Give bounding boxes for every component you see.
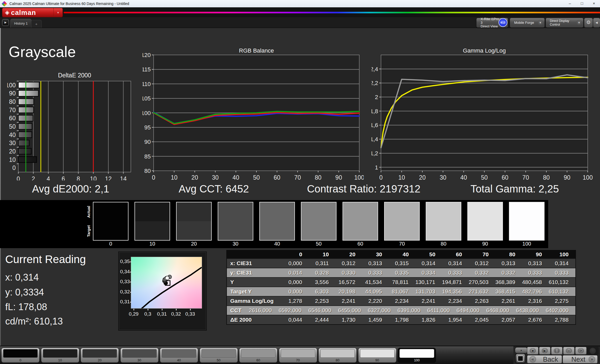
cell-value: 2,275 [549, 298, 575, 304]
meter-label: X-Rite i1Pro 3Direct View [481, 17, 501, 28]
cell-value: 2,676 [522, 317, 549, 323]
pattern-level-button-50[interactable]: 50 [200, 348, 238, 363]
tick-mark [148, 309, 148, 310]
swatch-target [468, 221, 502, 240]
add-tab-button[interactable]: + [31, 20, 42, 28]
level-swatch [82, 349, 117, 358]
next-label: Next [563, 355, 586, 363]
svg-text:30: 30 [212, 174, 219, 180]
meter-reading-badge[interactable]: 613 [498, 18, 507, 27]
total-gamma-stat: Total Gamma: 2,25 [470, 183, 559, 195]
cell-value: 0,333 [362, 270, 389, 276]
series-button[interactable]: [··] [551, 347, 563, 355]
up-arrow-icon: ▲ [520, 349, 523, 351]
calman-diamond-icon: ◈ [5, 9, 9, 16]
svg-text:80: 80 [144, 168, 151, 174]
source-dropdown[interactable]: Mobile Forge ▼ [510, 18, 545, 28]
tab-history-1[interactable]: History 1 [10, 19, 31, 28]
stop-measurement-button[interactable] [515, 353, 526, 363]
table-header-row: 0102030405060708090100 [227, 251, 575, 258]
continuous-button[interactable]: ∞ [563, 347, 575, 355]
pattern-level-button-80[interactable]: 80 [318, 348, 357, 363]
svg-text:30: 30 [9, 140, 16, 146]
extra-transport-button[interactable] [587, 347, 599, 355]
pattern-level-button-20[interactable]: 20 [81, 348, 119, 363]
swatch-actual [426, 202, 461, 221]
cell-value: 2,444 [309, 317, 336, 323]
chevron-down-icon: ▼ [576, 20, 582, 26]
play-button[interactable]: ▶ [539, 347, 551, 355]
calman-menu-button[interactable]: ◈ calman ▼ [2, 8, 63, 17]
display-control-dropdown[interactable]: Direct Display Control ▼ [546, 18, 584, 28]
cell-value: 16,572 [335, 279, 362, 285]
loop-button[interactable]: ⟳ [575, 347, 587, 355]
column-header: 10 [309, 251, 336, 258]
next-button[interactable]: Next » [563, 355, 598, 363]
back-chevron-icon: « [529, 356, 536, 363]
pattern-level-button-40[interactable]: 40 [160, 348, 198, 363]
settings-button[interactable]: ⚙ [584, 18, 593, 28]
svg-text:90: 90 [335, 174, 342, 180]
column-header: 80 [496, 251, 522, 258]
swatch-target [177, 221, 211, 240]
level-swatch [241, 349, 276, 358]
chevron-down-icon: ▼ [53, 8, 63, 17]
cie-y-tick: 0,32 [119, 289, 130, 295]
maximize-button[interactable]: □ [576, 0, 588, 7]
cell-value: 6391,000 [397, 307, 427, 314]
cell-value: 6327,000 [368, 307, 397, 314]
cell-value: 0,314 [416, 260, 442, 266]
svg-text:4: 4 [47, 175, 50, 180]
strip-label-actual: Actual [86, 203, 92, 221]
pattern-level-button-0[interactable]: 0 [1, 348, 40, 363]
close-button[interactable]: × [588, 0, 600, 7]
svg-text:110: 110 [143, 81, 151, 87]
cell-value: 1,826 [416, 317, 442, 323]
swatch-20 [176, 202, 212, 241]
reading-cdm2: cd/m²: 610,13 [5, 316, 63, 327]
source-label: Mobile Forge [514, 21, 534, 25]
swatch-40 [259, 202, 295, 241]
svg-text:10: 10 [90, 175, 97, 180]
expand-up-button[interactable]: ▲ [515, 347, 528, 353]
svg-text:0: 0 [379, 174, 383, 180]
cell-value: 78,811 [389, 279, 416, 285]
svg-text:14: 14 [120, 175, 127, 180]
swatch-target [218, 221, 253, 240]
swatch-target [343, 221, 378, 240]
cell-value: 2,234 [389, 298, 416, 304]
stop-icon: ■ [530, 348, 536, 353]
pattern-level-button-90[interactable]: 90 [358, 348, 396, 363]
pattern-level-button-60[interactable]: 60 [239, 348, 277, 363]
calman-logo-text: calman [11, 9, 53, 17]
row-label: y: CIE31 [227, 270, 282, 276]
pattern-level-button-10[interactable]: 10 [41, 348, 79, 363]
stop-button[interactable]: ■ [527, 347, 539, 355]
svg-text:2: 2 [32, 175, 35, 180]
cell-value: 0,334 [416, 270, 442, 276]
swatch-actual [135, 202, 170, 221]
panel-splitter[interactable] [0, 28, 1, 346]
pattern-level-button-100[interactable]: 100 [398, 348, 436, 363]
cell-value: 0,313 [522, 260, 549, 266]
minimize-button[interactable]: – [564, 0, 576, 7]
reading-y: y: 0,3334 [5, 287, 44, 298]
level-swatch [281, 349, 315, 358]
gear-icon: ⚙ [586, 20, 591, 25]
cell-value: 1,459 [362, 317, 389, 323]
collapse-panel-button[interactable]: ◀ [593, 18, 600, 28]
svg-text:0: 0 [12, 164, 16, 171]
svg-text:2: 2 [375, 94, 378, 100]
history-expand-button[interactable]: ▶ [2, 19, 9, 26]
swatch-level-label: 80 [426, 241, 461, 247]
cell-value: 2,241 [416, 298, 442, 304]
cell-value: 1,730 [336, 317, 362, 323]
reading-x: x: 0,314 [5, 272, 39, 283]
cell-value: 0,314 [549, 260, 575, 266]
pattern-level-button-70[interactable]: 70 [279, 348, 317, 363]
pattern-level-button-30[interactable]: 30 [120, 348, 159, 363]
meter-status-indicator [478, 19, 479, 26]
row-label: Y [227, 279, 282, 285]
back-button[interactable]: « Back [527, 355, 562, 363]
level-label: 40 [160, 358, 198, 362]
